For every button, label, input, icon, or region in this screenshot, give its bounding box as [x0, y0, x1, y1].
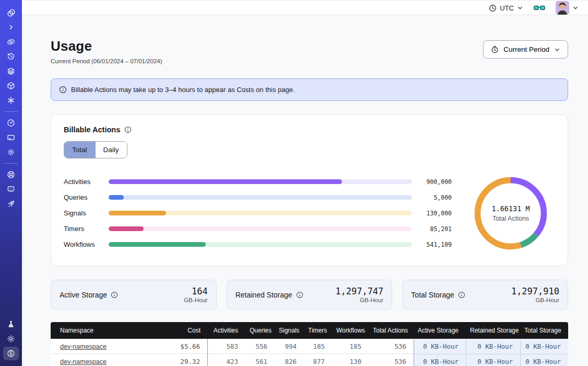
asterisk-icon[interactable] [3, 94, 19, 107]
bar-fill [109, 195, 124, 200]
temporal-logo-icon[interactable] [3, 6, 19, 19]
retained-storage-cell: 0 KB-Hour [466, 354, 520, 366]
settings-gear-icon[interactable] [3, 145, 19, 159]
total-actions-cell: 536 [369, 342, 414, 350]
bar-row: Signals 130,000 [64, 209, 452, 217]
activities-cell: 423 [208, 358, 245, 365]
sidebar-divider [4, 163, 18, 164]
total-actions-donut: 1.66131 M Total Actions [466, 175, 555, 252]
col-cost: Cost [166, 327, 208, 334]
chevron-down-icon [554, 47, 560, 53]
bar-track [109, 195, 412, 200]
bar-row: Workflows 541,109 [64, 241, 452, 248]
retained-storage-label: Retained Storage [236, 291, 292, 299]
flask-lab-icon[interactable] [3, 317, 19, 331]
timers-cell: 877 [304, 358, 332, 365]
activities-cell: 583 [208, 342, 245, 350]
gauge-usage-icon[interactable] [3, 116, 19, 130]
info-icon[interactable] [296, 291, 303, 299]
sidebar-divider [4, 111, 18, 112]
bar-value: 900,000 [412, 178, 452, 186]
bar-row: Queries 5,000 [64, 193, 452, 201]
sidebar [0, 0, 22, 366]
page-title: Usage [51, 38, 162, 54]
info-icon[interactable] [111, 291, 118, 299]
active-storage-value: 164 [184, 286, 207, 296]
retained-storage-card: Retained Storage 1,297,747 GB-Hour [227, 280, 393, 310]
col-workflows: Workflows [332, 327, 369, 334]
bar-track [109, 211, 412, 215]
total-storage-label: Total Storage [411, 291, 454, 299]
bar-row: Activities 900,000 [64, 178, 452, 186]
col-queries: Queries [245, 327, 275, 334]
bar-fill [109, 211, 166, 215]
info-icon[interactable] [458, 291, 465, 299]
support-monitor-icon[interactable] [3, 182, 19, 196]
view-toggle: Total Daily [64, 141, 127, 158]
info-banner: Billable Actions may take up to 3–4 hour… [51, 78, 568, 101]
period-button-label: Current Period [503, 45, 549, 53]
topbar: UTC [22, 1, 588, 15]
table-row: dev-namespace $5.66 583 556 994 185 185 … [51, 339, 568, 354]
layers-icon[interactable] [3, 64, 19, 78]
goggles-icon[interactable] [534, 4, 545, 12]
signals-cell: 826 [275, 358, 304, 365]
billing-card-icon[interactable] [3, 131, 19, 144]
signals-cell: 994 [275, 342, 304, 350]
bar-label: Workflows [64, 241, 109, 248]
tab-total[interactable]: Total [64, 142, 95, 158]
rocket-icon[interactable] [3, 197, 19, 211]
active-storage-unit: GB-Hour [184, 297, 207, 303]
retained-storage-unit: GB-Hour [335, 297, 383, 303]
bar-label: Queries [64, 193, 109, 201]
theme-sun-icon[interactable] [3, 332, 19, 346]
main-area: UTC Usage Current Period (06/01/2024 – 0… [22, 0, 588, 366]
collapse-chevron-right-icon[interactable] [3, 20, 19, 34]
page-subtitle: Current Period (06/01/2024 – 07/01/2024) [51, 58, 162, 64]
chevron-down-icon [572, 5, 579, 11]
account-menu[interactable] [556, 1, 579, 15]
cube-icon[interactable] [3, 79, 19, 93]
bar-fill [109, 242, 206, 247]
bar-track [109, 226, 412, 231]
history-icon[interactable] [3, 50, 19, 63]
period-selector-button[interactable]: Current Period [483, 40, 568, 59]
tab-daily[interactable]: Daily [95, 142, 127, 158]
banner-text: Billable Actions may take up to 3–4 hour… [71, 86, 295, 94]
namespace-usage-table: Namespace Cost Activities Queries Signal… [51, 322, 568, 366]
namespaces-icon[interactable] [3, 35, 19, 49]
bar-row: Timers 85,201 [64, 225, 452, 233]
bar-value: 541,109 [412, 241, 452, 248]
usage-dollar-icon[interactable] [3, 347, 19, 360]
namespace-link[interactable]: dev-namespace [60, 343, 107, 350]
bar-label: Timers [64, 225, 109, 233]
lifebuoy-support-icon[interactable] [3, 168, 19, 181]
total-storage-cell: 0 KB-Hour [520, 339, 568, 354]
col-timers: Timers [304, 327, 332, 334]
namespace-link[interactable]: dev-namespace [60, 358, 107, 365]
info-icon[interactable] [124, 126, 132, 133]
col-total-storage: Total Storage [520, 327, 568, 334]
billable-actions-card: Billable Actions Total Daily Activities [51, 115, 568, 266]
timers-cell: 185 [304, 342, 332, 350]
donut-total-value: 1.66131 M [491, 204, 530, 213]
usage-page: Usage Current Period (06/01/2024 – 07/01… [22, 15, 588, 366]
avatar [556, 1, 569, 15]
total-storage-unit: GB-Hour [511, 297, 559, 303]
storage-cards: Active Storage 164 GB-Hour Retained Stor… [51, 280, 568, 310]
bar-track [109, 179, 412, 184]
bar-fill [109, 179, 342, 184]
bar-value: 85,201 [412, 225, 452, 233]
timezone-label: UTC [500, 4, 514, 12]
active-storage-label: Active Storage [60, 291, 107, 299]
col-total-actions: Total Actions [369, 327, 414, 334]
total-actions-cell: 536 [369, 358, 414, 365]
queries-cell: 556 [245, 342, 275, 350]
active-storage-cell: 0 KB-Hour [414, 339, 466, 354]
active-storage-card: Active Storage 164 GB-Hour [51, 280, 217, 310]
stopwatch-icon [491, 45, 499, 53]
timezone-selector[interactable]: UTC [489, 4, 523, 12]
bar-label: Signals [64, 209, 109, 217]
billable-actions-title: Billable Actions [64, 125, 120, 134]
col-signals: Signals [275, 327, 304, 334]
